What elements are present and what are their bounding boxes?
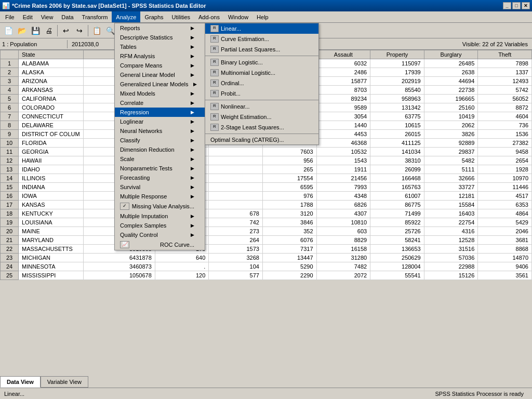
- table-cell[interactable]: 16: [1, 192, 19, 201]
- menu-regression[interactable]: Regression▶: [115, 108, 205, 117]
- table-cell[interactable]: 2062: [424, 121, 478, 130]
- table-cell[interactable]: HAWAII: [19, 156, 84, 165]
- table-cell[interactable]: 3054: [316, 112, 370, 121]
- table-cell[interactable]: 33727: [424, 183, 478, 192]
- table-cell[interactable]: IOWA: [19, 192, 84, 201]
- menu-view[interactable]: View: [37, 11, 58, 22]
- menu-roc-curve[interactable]: 📈 ROC Curve...: [115, 240, 205, 250]
- table-cell[interactable]: 38310: [370, 156, 424, 165]
- menu-utilities[interactable]: Utilities: [168, 11, 194, 22]
- table-cell[interactable]: 10419: [424, 112, 478, 121]
- table-cell[interactable]: 141034: [370, 148, 424, 156]
- table-cell[interactable]: 196665: [424, 95, 478, 103]
- table-cell[interactable]: IDAHO: [19, 165, 84, 174]
- table-cell[interactable]: 5290: [262, 262, 316, 271]
- table-cell[interactable]: 12: [1, 156, 19, 165]
- table-cell[interactable]: 63775: [370, 112, 424, 121]
- table-cell[interactable]: 6076: [262, 236, 316, 245]
- table-cell[interactable]: 10810: [316, 218, 370, 227]
- menu-analyze[interactable]: Analyze: [112, 11, 140, 22]
- table-cell[interactable]: 46368: [316, 139, 370, 148]
- table-cell[interactable]: 10970: [478, 174, 532, 183]
- menu-curve-estimation[interactable]: R Curve Estimation...: [205, 34, 318, 44]
- table-cell[interactable]: 1928: [478, 165, 532, 174]
- table-cell[interactable]: 640: [155, 254, 209, 262]
- menu-optimal-scaling[interactable]: Optimal Scaling (CATREG)...: [205, 135, 318, 144]
- table-cell[interactable]: 4348: [316, 192, 370, 201]
- table-cell[interactable]: ILLINOIS: [19, 174, 84, 183]
- table-cell[interactable]: 4: [1, 86, 19, 95]
- table-cell[interactable]: 10615: [370, 121, 424, 130]
- table-cell[interactable]: 8: [1, 121, 19, 130]
- table-cell[interactable]: 250629: [370, 254, 424, 262]
- table-cell[interactable]: 2290: [262, 271, 316, 280]
- menu-data[interactable]: Data: [57, 11, 77, 22]
- menu-dimension-reduction[interactable]: Dimension Reduction▶: [115, 145, 205, 154]
- table-cell[interactable]: ALASKA: [19, 68, 84, 77]
- table-cell[interactable]: 12181: [424, 192, 478, 201]
- menu-missing-value[interactable]: ✓ Missing Value Analysis...: [115, 201, 205, 211]
- menu-binary-logistic[interactable]: R Binary Logistic...: [205, 57, 318, 68]
- save-button[interactable]: 💾: [29, 24, 42, 37]
- menu-forecasting[interactable]: Forecasting▶: [115, 173, 205, 182]
- table-cell[interactable]: 1573: [209, 245, 263, 254]
- table-cell[interactable]: 5482: [424, 156, 478, 165]
- table-cell[interactable]: MARYLAND: [19, 236, 84, 245]
- table-cell[interactable]: 8703: [316, 86, 370, 95]
- table-cell[interactable]: 3846: [262, 218, 316, 227]
- table-cell[interactable]: 202919: [370, 77, 424, 86]
- menu-probit[interactable]: R Probit...: [205, 88, 318, 99]
- table-cell[interactable]: MASSACHUSETTS: [19, 245, 84, 254]
- menu-nonparametric[interactable]: Nonparametric Tests▶: [115, 164, 205, 173]
- menu-ordinal[interactable]: R Ordinal...: [205, 78, 318, 88]
- table-cell[interactable]: 31280: [316, 254, 370, 262]
- table-cell[interactable]: 23: [1, 254, 19, 262]
- table-cell[interactable]: 6: [1, 103, 19, 112]
- table-cell[interactable]: CALIFORNIA: [19, 95, 84, 103]
- table-cell[interactable]: KANSAS: [19, 201, 84, 209]
- table-cell[interactable]: 71499: [370, 209, 424, 218]
- table-cell[interactable]: 21456: [316, 174, 370, 183]
- table-cell[interactable]: 11446: [478, 183, 532, 192]
- menu-help[interactable]: Help: [252, 11, 273, 22]
- table-cell[interactable]: 1543: [316, 156, 370, 165]
- menu-file[interactable]: File: [1, 11, 19, 22]
- redo-button[interactable]: ↪: [73, 24, 86, 37]
- table-cell[interactable]: [209, 183, 263, 192]
- table-cell[interactable]: ARKANSAS: [19, 86, 84, 95]
- table-cell[interactable]: 7993: [316, 183, 370, 192]
- col-property[interactable]: Property: [370, 50, 424, 59]
- menu-window[interactable]: Window: [224, 11, 252, 22]
- menu-complex-samples[interactable]: Complex Samples▶: [115, 221, 205, 230]
- table-cell[interactable]: 5111: [424, 165, 478, 174]
- menu-2stage[interactable]: R 2-Stage Least Squares...: [205, 122, 318, 132]
- close-button[interactable]: ✕: [522, 2, 530, 9]
- menu-multiple-response[interactable]: Multiple Response▶: [115, 192, 205, 201]
- menu-general-linear[interactable]: General Linear Model▶: [115, 70, 205, 79]
- table-cell[interactable]: 89234: [316, 95, 370, 103]
- table-cell[interactable]: 9589: [316, 103, 370, 112]
- menu-generalized-linear[interactable]: Generalized Linear Models▶: [115, 79, 205, 89]
- table-cell[interactable]: GEORGIA: [19, 148, 84, 156]
- minimize-button[interactable]: _: [503, 2, 511, 9]
- table-cell[interactable]: 4604: [478, 112, 532, 121]
- table-cell[interactable]: 8872: [478, 103, 532, 112]
- table-cell[interactable]: 19: [1, 218, 19, 227]
- menu-neural-networks[interactable]: Neural Networks▶: [115, 126, 205, 136]
- table-cell[interactable]: 16403: [424, 209, 478, 218]
- table-cell[interactable]: 5: [1, 95, 19, 103]
- table-cell[interactable]: MAINE: [19, 227, 84, 236]
- table-cell[interactable]: 165763: [370, 183, 424, 192]
- table-cell[interactable]: 6353: [478, 201, 532, 209]
- table-cell[interactable]: 92889: [424, 139, 478, 148]
- table-cell[interactable]: 4316: [424, 227, 478, 236]
- menu-descriptive-stats[interactable]: Descriptive Statistics▶: [115, 33, 205, 42]
- table-cell[interactable]: 7898: [478, 59, 532, 68]
- table-cell[interactable]: 1337: [478, 68, 532, 77]
- table-cell[interactable]: MINNESOTA: [19, 262, 84, 271]
- col-state[interactable]: State: [19, 50, 84, 59]
- col-burglary[interactable]: Burglary: [424, 50, 478, 59]
- new-file-button[interactable]: 📄: [2, 24, 15, 37]
- table-cell[interactable]: 2: [1, 68, 19, 77]
- table-cell[interactable]: 13447: [262, 254, 316, 262]
